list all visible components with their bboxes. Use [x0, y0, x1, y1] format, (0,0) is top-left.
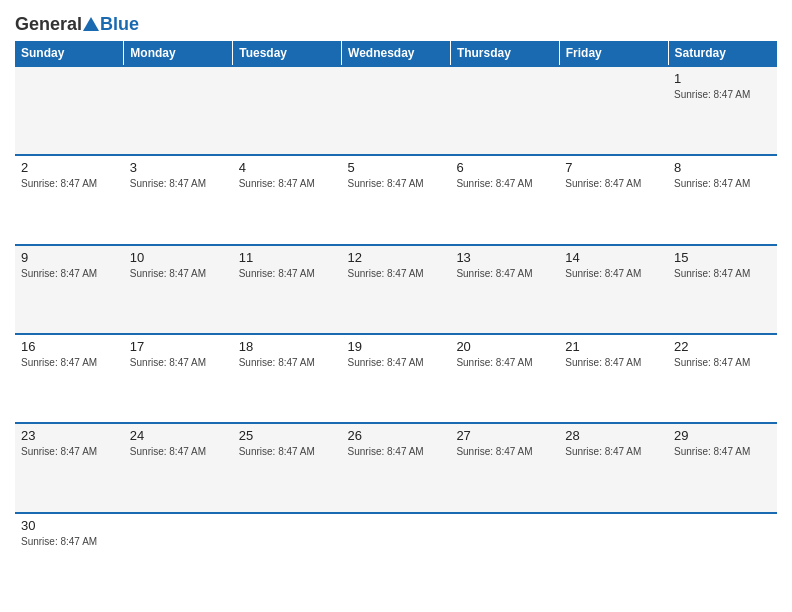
- day-number: 28: [565, 428, 662, 443]
- logo: General Blue: [15, 10, 139, 35]
- day-sunrise-info: Sunrise: 8:47 AM: [239, 446, 315, 457]
- day-sunrise-info: Sunrise: 8:47 AM: [130, 357, 206, 368]
- day-cell: [559, 513, 668, 602]
- day-number: 6: [456, 160, 553, 175]
- day-sunrise-info: Sunrise: 8:47 AM: [130, 446, 206, 457]
- day-header-friday: Friday: [559, 41, 668, 66]
- day-cell: 27Sunrise: 8:47 AM: [450, 423, 559, 512]
- day-cell: 28Sunrise: 8:47 AM: [559, 423, 668, 512]
- day-number: 27: [456, 428, 553, 443]
- day-cell: [15, 66, 124, 155]
- day-sunrise-info: Sunrise: 8:47 AM: [239, 268, 315, 279]
- day-sunrise-info: Sunrise: 8:47 AM: [21, 178, 97, 189]
- day-number: 10: [130, 250, 227, 265]
- day-cell: [342, 513, 451, 602]
- day-cell: 22Sunrise: 8:47 AM: [668, 334, 777, 423]
- day-number: 23: [21, 428, 118, 443]
- day-sunrise-info: Sunrise: 8:47 AM: [674, 446, 750, 457]
- week-row-4: 16Sunrise: 8:47 AM17Sunrise: 8:47 AM18Su…: [15, 334, 777, 423]
- day-sunrise-info: Sunrise: 8:47 AM: [456, 446, 532, 457]
- day-number: 14: [565, 250, 662, 265]
- day-number: 7: [565, 160, 662, 175]
- day-sunrise-info: Sunrise: 8:47 AM: [348, 446, 424, 457]
- day-sunrise-info: Sunrise: 8:47 AM: [21, 357, 97, 368]
- day-sunrise-info: Sunrise: 8:47 AM: [21, 536, 97, 547]
- day-cell: 13Sunrise: 8:47 AM: [450, 245, 559, 334]
- day-sunrise-info: Sunrise: 8:47 AM: [239, 178, 315, 189]
- day-cell: 9Sunrise: 8:47 AM: [15, 245, 124, 334]
- logo-general-text: General: [15, 14, 82, 35]
- day-cell: 5Sunrise: 8:47 AM: [342, 155, 451, 244]
- calendar-table: SundayMondayTuesdayWednesdayThursdayFrid…: [15, 41, 777, 602]
- day-cell: 25Sunrise: 8:47 AM: [233, 423, 342, 512]
- day-cell: 23Sunrise: 8:47 AM: [15, 423, 124, 512]
- day-number: 22: [674, 339, 771, 354]
- day-cell: 7Sunrise: 8:47 AM: [559, 155, 668, 244]
- day-cell: 8Sunrise: 8:47 AM: [668, 155, 777, 244]
- day-cell: 15Sunrise: 8:47 AM: [668, 245, 777, 334]
- day-sunrise-info: Sunrise: 8:47 AM: [565, 178, 641, 189]
- day-number: 9: [21, 250, 118, 265]
- day-sunrise-info: Sunrise: 8:47 AM: [348, 357, 424, 368]
- day-cell: 11Sunrise: 8:47 AM: [233, 245, 342, 334]
- day-cell: 3Sunrise: 8:47 AM: [124, 155, 233, 244]
- day-cell: 2Sunrise: 8:47 AM: [15, 155, 124, 244]
- day-sunrise-info: Sunrise: 8:47 AM: [239, 357, 315, 368]
- day-cell: 24Sunrise: 8:47 AM: [124, 423, 233, 512]
- day-sunrise-info: Sunrise: 8:47 AM: [674, 178, 750, 189]
- day-number: 26: [348, 428, 445, 443]
- day-number: 1: [674, 71, 771, 86]
- day-number: 29: [674, 428, 771, 443]
- day-number: 3: [130, 160, 227, 175]
- day-cell: 30Sunrise: 8:47 AM: [15, 513, 124, 602]
- week-row-1: 1Sunrise: 8:47 AM: [15, 66, 777, 155]
- day-cell: 14Sunrise: 8:47 AM: [559, 245, 668, 334]
- day-number: 19: [348, 339, 445, 354]
- day-header-monday: Monday: [124, 41, 233, 66]
- day-number: 30: [21, 518, 118, 533]
- day-cell: 19Sunrise: 8:47 AM: [342, 334, 451, 423]
- day-number: 16: [21, 339, 118, 354]
- day-header-wednesday: Wednesday: [342, 41, 451, 66]
- day-cell: [450, 66, 559, 155]
- day-cell: 1Sunrise: 8:47 AM: [668, 66, 777, 155]
- day-number: 4: [239, 160, 336, 175]
- day-cell: 26Sunrise: 8:47 AM: [342, 423, 451, 512]
- day-cell: 12Sunrise: 8:47 AM: [342, 245, 451, 334]
- day-sunrise-info: Sunrise: 8:47 AM: [674, 268, 750, 279]
- day-number: 17: [130, 339, 227, 354]
- day-cell: [342, 66, 451, 155]
- day-header-tuesday: Tuesday: [233, 41, 342, 66]
- day-number: 15: [674, 250, 771, 265]
- week-row-5: 23Sunrise: 8:47 AM24Sunrise: 8:47 AM25Su…: [15, 423, 777, 512]
- day-sunrise-info: Sunrise: 8:47 AM: [456, 357, 532, 368]
- day-cell: 21Sunrise: 8:47 AM: [559, 334, 668, 423]
- day-sunrise-info: Sunrise: 8:47 AM: [456, 268, 532, 279]
- day-number: 21: [565, 339, 662, 354]
- day-sunrise-info: Sunrise: 8:47 AM: [565, 268, 641, 279]
- day-number: 12: [348, 250, 445, 265]
- day-cell: 10Sunrise: 8:47 AM: [124, 245, 233, 334]
- day-cell: 17Sunrise: 8:47 AM: [124, 334, 233, 423]
- day-cell: [233, 513, 342, 602]
- day-number: 18: [239, 339, 336, 354]
- day-cell: 4Sunrise: 8:47 AM: [233, 155, 342, 244]
- day-sunrise-info: Sunrise: 8:47 AM: [565, 446, 641, 457]
- day-cell: [124, 66, 233, 155]
- day-sunrise-info: Sunrise: 8:47 AM: [130, 178, 206, 189]
- day-number: 13: [456, 250, 553, 265]
- day-sunrise-info: Sunrise: 8:47 AM: [456, 178, 532, 189]
- day-sunrise-info: Sunrise: 8:47 AM: [674, 89, 750, 100]
- day-sunrise-info: Sunrise: 8:47 AM: [21, 446, 97, 457]
- day-number: 25: [239, 428, 336, 443]
- day-number: 20: [456, 339, 553, 354]
- day-sunrise-info: Sunrise: 8:47 AM: [565, 357, 641, 368]
- day-sunrise-info: Sunrise: 8:47 AM: [348, 178, 424, 189]
- day-sunrise-info: Sunrise: 8:47 AM: [21, 268, 97, 279]
- day-cell: [559, 66, 668, 155]
- day-cell: [124, 513, 233, 602]
- day-cell: 20Sunrise: 8:47 AM: [450, 334, 559, 423]
- day-number: 8: [674, 160, 771, 175]
- day-cell: 18Sunrise: 8:47 AM: [233, 334, 342, 423]
- logo-blue-text: Blue: [100, 14, 139, 35]
